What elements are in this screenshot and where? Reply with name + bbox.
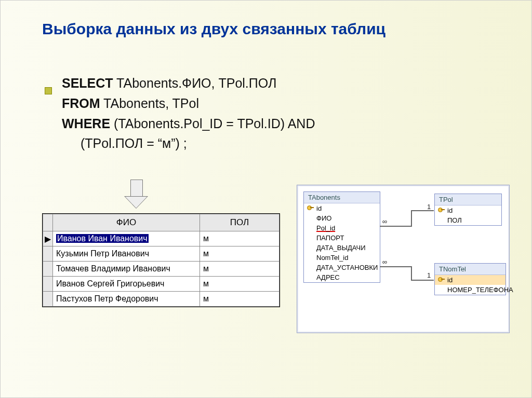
schema-field: Pol_id xyxy=(304,223,380,233)
relation-cardinality: ∞ xyxy=(382,258,387,266)
table-row: Пастухов Петр Федорович м xyxy=(43,292,280,307)
relation-line-icon xyxy=(380,266,411,267)
cell-pol: м xyxy=(200,277,280,292)
row-marker xyxy=(43,262,53,277)
schema-field: id xyxy=(435,205,501,215)
cell-fio: Кузьмин Петр Иванович xyxy=(53,246,200,262)
schema-field: NomTel_id xyxy=(304,253,380,263)
row-marker: ▶ xyxy=(43,231,53,246)
cell-fio: Томачев Владимир Иванович xyxy=(53,262,200,277)
row-marker xyxy=(43,292,53,307)
sql-line-where2: (TPol.ПОЛ = “м”) ; xyxy=(62,133,490,154)
cell-pol: м xyxy=(200,231,280,246)
bullet-icon xyxy=(45,87,52,94)
from-rest: TAbonents, TPol xyxy=(100,96,199,111)
schema-field: ФИО xyxy=(304,213,380,223)
schema-table-tnomtel: TNomTel id НОМЕР_ТЕЛЕФОНА xyxy=(434,263,506,295)
sql-line-select: SELECT TAbonents.ФИО, TPol.ПОЛ xyxy=(62,73,490,93)
schema-field: НОМЕР_ТЕЛЕФОНА xyxy=(435,285,506,295)
relation-line-icon xyxy=(380,226,411,227)
cell-pol: м xyxy=(200,262,280,277)
th-marker xyxy=(43,214,53,231)
relationships-panel: TAbonents id ФИО Pol_id ПАПОРТ ДАТА_ВЫДА… xyxy=(297,185,510,333)
select-rest: TAbonents.ФИО, TPol.ПОЛ xyxy=(113,76,277,90)
relation-line-icon xyxy=(411,210,412,227)
table-row: Кузьмин Петр Иванович м xyxy=(43,246,280,262)
where-rest: (TAbonents.Pol_ID = TPol.ID) AND xyxy=(110,116,315,131)
schema-field: ДАТА_ВЫДАЧИ xyxy=(304,243,380,253)
relation-cardinality: 1 xyxy=(427,203,431,211)
relation-line-icon xyxy=(411,266,412,280)
slide: Выборка данных из двух связанных таблиц … xyxy=(0,0,532,398)
cell-fio: Иванов Сергей Григорьевич xyxy=(53,277,200,292)
schema-field: ДАТА_УСТАНОВКИ xyxy=(304,263,380,272)
schema-field: АДРЕС xyxy=(304,272,380,282)
relation-line-icon xyxy=(411,280,434,281)
th-fio: ФИО xyxy=(53,214,200,231)
schema-field: ПОЛ xyxy=(435,215,501,225)
arrow-down-icon xyxy=(124,180,148,211)
schema-table-tpol: TPol id ПОЛ xyxy=(434,194,502,226)
schema-table-title: TPol xyxy=(435,194,501,205)
schema-field: ПАПОРТ xyxy=(304,233,380,243)
schema-table-tabonents: TAbonents id ФИО Pol_id ПАПОРТ ДАТА_ВЫДА… xyxy=(303,191,380,283)
sql-block: SELECT TAbonents.ФИО, TPol.ПОЛ FROM TAbo… xyxy=(1,38,531,154)
relation-cardinality: ∞ xyxy=(382,217,387,225)
result-table: ФИО ПОЛ ▶ Иванов Иван Иванович м Кузьмин… xyxy=(43,214,280,307)
relation-cardinality: 1 xyxy=(427,271,431,279)
kw-where: WHERE xyxy=(62,116,110,131)
table-row: ▶ Иванов Иван Иванович м xyxy=(43,231,280,246)
result-table-wrap: ФИО ПОЛ ▶ Иванов Иван Иванович м Кузьмин… xyxy=(42,213,280,307)
kw-select: SELECT xyxy=(62,76,113,90)
sql-line-where: WHERE (TAbonents.Pol_ID = TPol.ID) AND xyxy=(62,114,490,134)
th-pol: ПОЛ xyxy=(200,214,280,231)
schema-table-title: TNomTel xyxy=(435,264,506,275)
cell-pol: м xyxy=(200,246,280,262)
cell-pol: м xyxy=(200,292,280,307)
sql-line-from: FROM TAbonents, TPol xyxy=(62,93,490,114)
cell-fio: Иванов Иван Иванович xyxy=(53,231,200,246)
row-marker xyxy=(43,277,53,292)
row-marker xyxy=(43,246,53,262)
cell-fio: Пастухов Петр Федорович xyxy=(53,292,200,307)
schema-field: id xyxy=(304,203,380,213)
table-row: Томачев Владимир Иванович м xyxy=(43,262,280,277)
slide-title: Выборка данных из двух связанных таблиц xyxy=(1,1,531,38)
schema-table-title: TAbonents xyxy=(304,192,380,203)
kw-from: FROM xyxy=(62,96,100,111)
table-row: Иванов Сергей Григорьевич м xyxy=(43,277,280,292)
schema-field: id xyxy=(435,275,506,285)
